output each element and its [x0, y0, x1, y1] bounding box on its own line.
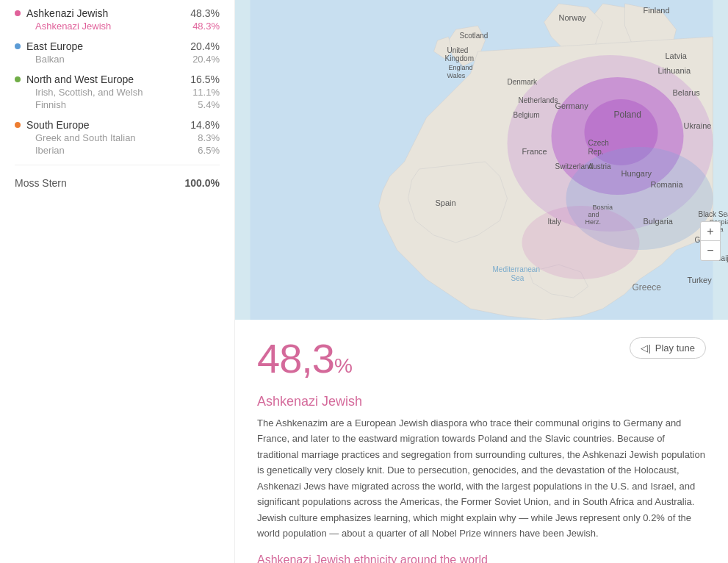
play-tune-button[interactable]: ◁| Play tune	[630, 337, 706, 359]
left-panel: Ashkenazi Jewish48.3%Ashkenazi Jewish48.…	[0, 0, 235, 563]
ancestry-sub-label: Balkan	[35, 54, 65, 65]
divider	[15, 165, 220, 165]
ancestry-main-row: South Europe14.8%	[15, 119, 220, 131]
zoom-out-button[interactable]: −	[701, 241, 720, 260]
label-czech: Czech	[588, 139, 609, 147]
label-bosnia: Bosnia	[593, 204, 613, 211]
total-pct: 100.0%	[185, 177, 220, 189]
ancestry-sub-pct: 6.5%	[198, 145, 220, 156]
label-med2: Sea	[511, 274, 525, 282]
label-finland: Finland	[644, 6, 670, 15]
ancestry-sub-pct: 20.4%	[192, 54, 220, 65]
label-engwales2: Wales	[447, 72, 466, 79]
ancestry-label: East Europe	[26, 40, 83, 52]
label-uk2: Kingdom	[445, 54, 474, 62]
ancestry-sub-row: Finnish5.4%	[15, 99, 220, 110]
play-tune-label: Play tune	[655, 343, 695, 354]
section-title: Ashkenazi Jewish	[257, 394, 706, 409]
label-turkey: Turkey	[688, 276, 713, 284]
label-latvia: Latvia	[666, 51, 688, 60]
ancestry-main-row: East Europe20.4%	[15, 40, 220, 52]
label-czech2: Rep.	[588, 148, 604, 156]
ancestry-sub-row: Iberian6.5%	[15, 145, 220, 156]
total-row: Moss Stern 100.0%	[15, 174, 220, 189]
ancestry-sub-row: Ashkenazi Jewish48.3%	[15, 21, 220, 32]
ancestry-sub-label: Ashkenazi Jewish	[35, 21, 111, 32]
ancestry-label: Ashkenazi Jewish	[26, 7, 108, 19]
ancestry-main-pct: 14.8%	[190, 119, 220, 131]
label-uk: United	[447, 46, 469, 54]
ancestry-groups: Ashkenazi Jewish48.3%Ashkenazi Jewish48.…	[15, 7, 220, 156]
ancestry-sub-pct: 5.4%	[198, 99, 220, 110]
label-norway: Norway	[559, 13, 587, 22]
label-italy: Italy	[548, 218, 561, 226]
map-controls: + −	[700, 221, 721, 261]
play-icon: ◁|	[641, 343, 650, 354]
ancestry-main-label: South Europe	[15, 119, 90, 131]
label-engwales: England	[449, 64, 473, 71]
label-netherlands: Netherlands	[519, 96, 558, 104]
label-med: Mediterranean	[493, 265, 540, 273]
percentage-display: 48,3%	[257, 334, 630, 382]
ancestry-group-south-europe: South Europe14.8%Greek and South Italian…	[15, 119, 220, 156]
ancestry-group-north-west-europe: North and West Europe16.5%Irish, Scottis…	[15, 73, 220, 110]
label-ukraine: Ukraine	[684, 121, 712, 130]
ancestry-dot	[15, 76, 21, 82]
label-bosnia3: Herz.	[585, 218, 602, 226]
ancestry-main-pct: 20.4%	[190, 40, 220, 52]
label-bosnia2: and	[588, 211, 599, 218]
ancestry-sub-label: Finnish	[35, 99, 66, 110]
description-text: The Ashkenazim are a European Jewish dia…	[257, 415, 706, 542]
ancestry-main-pct: 48.3%	[190, 7, 220, 19]
ancestry-sub-label: Irish, Scottish, and Welsh	[35, 87, 143, 98]
ancestry-sub-pct: 48.3%	[192, 21, 220, 32]
ancestry-group-east-europe: East Europe20.4%Balkan20.4%	[15, 40, 220, 65]
ancestry-main-label: Ashkenazi Jewish	[15, 7, 108, 19]
ancestry-sub-row: Irish, Scottish, and Welsh11.1%	[15, 87, 220, 98]
ancestry-dot	[15, 122, 21, 128]
percentage-value: 48,3	[257, 334, 334, 382]
total-name: Moss Stern	[15, 177, 67, 189]
ancestry-main-label: East Europe	[15, 40, 83, 52]
content-area: ◁| Play tune 48,3% Ashkenazi Jewish The …	[235, 320, 728, 563]
ancestry-dot	[15, 10, 21, 16]
ancestry-main-pct: 16.5%	[190, 73, 220, 85]
ancestry-main-label: North and West Europe	[15, 73, 134, 85]
ancestry-main-row: Ashkenazi Jewish48.3%	[15, 7, 220, 19]
right-panel: Finland Norway Latvia Lithuania Belarus …	[235, 0, 728, 563]
ancestry-label: North and West Europe	[26, 73, 134, 85]
label-scotland: Scotland	[460, 32, 489, 40]
label-lithuania: Lithuania	[658, 66, 692, 75]
label-greece: Greece	[633, 282, 662, 293]
ancestry-dot	[15, 43, 21, 49]
label-belarus: Belarus	[673, 88, 701, 97]
label-germany: Germany	[555, 101, 589, 110]
ancestry-sub-row: Balkan20.4%	[15, 54, 220, 65]
map-svg: Finland Norway Latvia Lithuania Belarus …	[235, 0, 728, 320]
label-blacksea: Black Sea	[699, 210, 729, 218]
ancestry-sub-label: Iberian	[35, 145, 65, 156]
label-france: France	[522, 147, 547, 156]
label-poland: Poland	[614, 110, 641, 120]
label-belgium: Belgium	[513, 111, 540, 119]
label-spain: Spain	[436, 198, 456, 207]
ancestry-label: South Europe	[26, 119, 90, 131]
label-bulgaria: Bulgaria	[644, 217, 674, 226]
sub-section-title: Ashkenazi Jewish ethnicity around the wo…	[257, 553, 706, 564]
map-container: Finland Norway Latvia Lithuania Belarus …	[235, 0, 728, 320]
ancestry-sub-pct: 8.3%	[198, 132, 220, 143]
ancestry-sub-pct: 11.1%	[192, 87, 220, 98]
ancestry-main-row: North and West Europe16.5%	[15, 73, 220, 85]
header-row: ◁| Play tune 48,3%	[257, 334, 706, 394]
ancestry-sub-row: Greek and South Italian8.3%	[15, 132, 220, 143]
label-hungary: Hungary	[621, 169, 652, 178]
label-denmark: Denmark	[508, 78, 538, 86]
ancestry-group-ashkenazi: Ashkenazi Jewish48.3%Ashkenazi Jewish48.…	[15, 7, 220, 32]
ancestry-sub-label: Greek and South Italian	[35, 132, 136, 143]
percentage-suffix: %	[334, 354, 352, 378]
zoom-in-button[interactable]: +	[701, 222, 720, 241]
label-switzerland: Switzerland	[555, 162, 594, 171]
label-romania: Romania	[651, 180, 684, 189]
